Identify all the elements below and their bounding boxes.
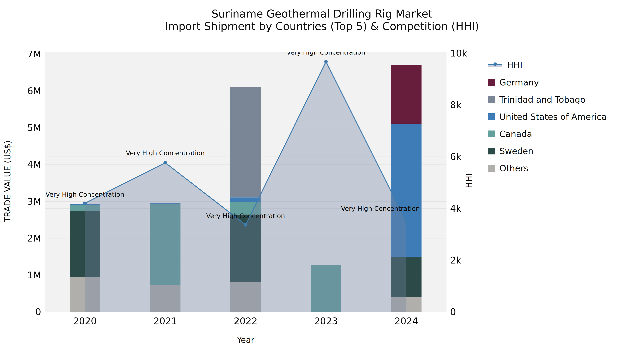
x-axis-title: Year — [219, 335, 272, 345]
legend-color-swatch-icon — [488, 148, 495, 154]
legend-color-swatch-icon — [488, 96, 495, 103]
chart-title: Suriname Geothermal Drilling Rig Market — [0, 7, 644, 20]
hhi-marker-2024 — [404, 220, 408, 224]
legend-label: Canada — [500, 129, 532, 139]
legend-label: Germany — [500, 77, 539, 87]
y-right-tick-8k: 8k — [450, 100, 486, 110]
legend-item-united-states-of-america: United States of America — [488, 108, 607, 125]
annotation-2020: Very High Concentration — [46, 191, 124, 198]
legend-hhi-line-swatch-icon — [488, 62, 502, 69]
chart-title-block: Suriname Geothermal Drilling Rig Market … — [0, 7, 644, 32]
figure: Suriname Geothermal Drilling Rig Market … — [0, 0, 644, 362]
legend-label: Trinidad and Tobago — [500, 95, 586, 105]
legend-label: Others — [500, 163, 528, 173]
chart-legend: HHIGermanyTrinidad and TobagoUnited Stat… — [488, 57, 607, 177]
y-right-tick-10k: 10k — [450, 48, 486, 58]
legend-item-germany: Germany — [488, 74, 607, 91]
chart-subtitle: Import Shipment by Countries (Top 5) & C… — [0, 20, 644, 32]
legend-label: United States of America — [500, 112, 607, 122]
hhi-marker-2020 — [83, 201, 87, 205]
y-axis-left-title: TRADE VALUE (US$) — [3, 137, 12, 226]
y-left-tick-1M: 1M — [12, 270, 41, 280]
x-axis-line — [45, 312, 446, 312]
y-right-tick-0: 0 — [450, 307, 486, 317]
y-left-tick-2M: 2M — [12, 233, 41, 243]
x-tick-2022: 2022 — [219, 316, 272, 326]
legend-item-sweden: Sweden — [488, 142, 607, 160]
legend-item-canada: Canada — [488, 125, 607, 142]
y-left-tick-3M: 3M — [12, 196, 41, 206]
annotation-2021: Very High Concentration — [126, 149, 205, 157]
y-left-tick-5M: 5M — [12, 123, 41, 133]
legend-item-hhi: HHI — [488, 57, 607, 74]
hhi-marker-2023 — [324, 60, 328, 63]
bar-segment-trinidad-and-tobago-2022 — [230, 87, 261, 197]
legend-label: Sweden — [500, 146, 534, 156]
x-tick-2023: 2023 — [299, 316, 353, 326]
y-right-tick-2k: 2k — [450, 255, 486, 265]
y-axis-right-title: HHI — [464, 136, 474, 225]
y-left-tick-4M: 4M — [12, 160, 41, 170]
x-tick-2020: 2020 — [58, 316, 112, 326]
hhi-marker-2021 — [164, 161, 167, 164]
annotation-2023: Very High Concentration — [286, 52, 365, 56]
legend-color-swatch-icon — [488, 130, 495, 137]
hhi-marker-2022 — [244, 223, 248, 227]
bar-segment-germany-2024 — [391, 65, 422, 124]
legend-color-swatch-icon — [488, 113, 495, 120]
legend-color-swatch-icon — [488, 165, 495, 172]
y-left-tick-6M: 6M — [12, 86, 41, 96]
chart-plot-area: Very High ConcentrationVery High Concent… — [45, 52, 446, 312]
legend-item-trinidad-and-tobago: Trinidad and Tobago — [488, 91, 607, 108]
legend-color-swatch-icon — [488, 79, 495, 86]
bar-segment-united-states-of-america-2022 — [230, 197, 261, 202]
legend-item-others: Others — [488, 160, 607, 177]
annotation-2024: Very High Concentration — [341, 205, 420, 212]
y-left-tick-7M: 7M — [12, 49, 41, 59]
x-tick-2024: 2024 — [380, 316, 433, 326]
y-left-tick-0: 0 — [12, 307, 41, 317]
annotation-2022: Very High Concentration — [206, 212, 285, 220]
x-tick-2021: 2021 — [138, 316, 192, 326]
legend-label: HHI — [507, 60, 522, 70]
